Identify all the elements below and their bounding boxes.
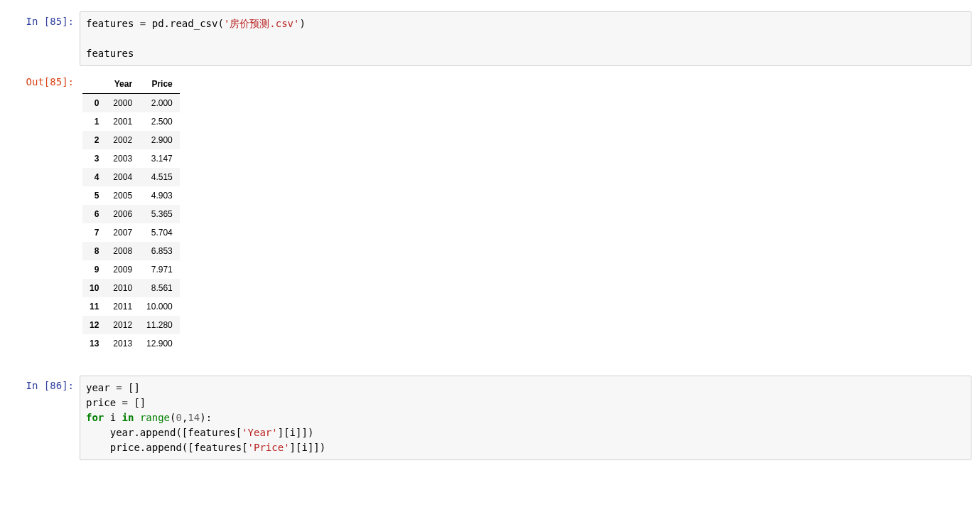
code-text: = <box>122 397 128 408</box>
row-index: 1 <box>82 112 106 131</box>
cell-year: 2003 <box>106 149 139 168</box>
col-header-year: Year <box>106 75 139 94</box>
code-text: '房价预测.csv' <box>224 18 300 29</box>
table-row: 520054.903 <box>82 186 180 205</box>
cell-price: 12.900 <box>139 334 180 353</box>
table-row: 720075.704 <box>82 223 180 242</box>
cell-input-86: In [86]: year = [] price = [] for i in r… <box>0 373 980 463</box>
cell-year: 2011 <box>106 297 139 316</box>
cell-year: 2002 <box>106 131 139 149</box>
code-input-86[interactable]: year = [] price = [] for i in range(0,14… <box>80 376 971 460</box>
cell-price: 6.853 <box>139 242 180 260</box>
table-row: 820086.853 <box>82 242 180 260</box>
table-row: 620065.365 <box>82 205 180 223</box>
code-text: ][i]]) <box>290 442 326 453</box>
dataframe-table: Year Price 020002.000120012.500220022.90… <box>82 75 180 353</box>
cell-price: 4.903 <box>139 186 180 205</box>
row-index: 0 <box>82 94 106 113</box>
code-text: year <box>86 382 116 393</box>
cell-price: 8.561 <box>139 279 180 297</box>
cell-price: 10.000 <box>139 297 180 316</box>
code-text: for <box>86 412 104 423</box>
code-text: 'Year' <box>242 427 278 438</box>
code-text: ) <box>299 18 305 29</box>
code-text: in <box>122 412 134 423</box>
table-row: 12201211.280 <box>82 316 180 334</box>
code-text: ][i]]) <box>278 427 314 438</box>
code-text: features <box>86 48 134 59</box>
code-text: [] <box>122 382 140 393</box>
cell-year: 2012 <box>106 316 139 334</box>
code-text: 0 <box>176 412 181 423</box>
row-index: 6 <box>82 205 106 223</box>
code-text: features <box>86 18 140 29</box>
row-index: 8 <box>82 242 106 260</box>
row-index: 12 <box>82 316 106 334</box>
cell-price: 2.000 <box>139 94 180 113</box>
row-index: 13 <box>82 334 106 353</box>
cell-price: 5.704 <box>139 223 180 242</box>
cell-year: 2008 <box>106 242 139 260</box>
cell-year: 2000 <box>106 94 139 113</box>
cell-year: 2001 <box>106 112 139 131</box>
code-text: 'Price' <box>248 442 290 453</box>
row-index: 4 <box>82 168 106 186</box>
cell-year: 2005 <box>106 186 139 205</box>
row-index: 5 <box>82 186 106 205</box>
cell-year: 2004 <box>106 168 139 186</box>
code-text: pd.read_csv( <box>146 18 224 29</box>
row-index: 7 <box>82 223 106 242</box>
cell-price: 7.971 <box>139 260 180 279</box>
code-text: ): <box>200 412 212 423</box>
table-row: 13201312.900 <box>82 334 180 353</box>
cell-year: 2007 <box>106 223 139 242</box>
table-row: 020002.000 <box>82 94 180 113</box>
row-index: 10 <box>82 279 106 297</box>
cell-year: 2010 <box>106 279 139 297</box>
cell-price: 2.500 <box>139 112 180 131</box>
table-row: 920097.971 <box>82 260 180 279</box>
cell-output-85: Out[85]: Year Price 020002.000120012.500… <box>0 69 980 358</box>
row-index: 3 <box>82 149 106 168</box>
cell-year: 2013 <box>106 334 139 353</box>
row-index: 9 <box>82 260 106 279</box>
table-row: 120012.500 <box>82 112 180 131</box>
code-text: price <box>86 397 122 408</box>
cell-year: 2006 <box>106 205 139 223</box>
cell-price: 5.365 <box>139 205 180 223</box>
prompt-in-86: In [86]: <box>9 376 80 391</box>
code-text: 14 <box>188 412 200 423</box>
code-text: [] <box>128 397 146 408</box>
col-header-price: Price <box>139 75 180 94</box>
table-row: 11201110.000 <box>82 297 180 316</box>
code-text: year.append([features[ <box>86 427 242 438</box>
code-text: i <box>104 412 122 423</box>
code-text: price.append([features[ <box>86 442 248 453</box>
table-row: 1020108.561 <box>82 279 180 297</box>
row-index: 2 <box>82 131 106 149</box>
cell-price: 3.147 <box>139 149 180 168</box>
table-row: 320033.147 <box>82 149 180 168</box>
code-text: range <box>140 412 170 423</box>
cell-price: 11.280 <box>139 316 180 334</box>
code-input-85[interactable]: features = pd.read_csv('房价预测.csv') featu… <box>80 11 971 66</box>
cell-year: 2009 <box>106 260 139 279</box>
output-area-85: Year Price 020002.000120012.500220022.90… <box>80 72 971 356</box>
cell-price: 2.900 <box>139 131 180 149</box>
prompt-in-85: In [85]: <box>9 11 80 27</box>
prompt-out-85: Out[85]: <box>9 72 80 87</box>
code-text <box>134 412 139 423</box>
notebook: In [85]: features = pd.read_csv('房价预测.cs… <box>0 0 980 472</box>
cell-price: 4.515 <box>139 168 180 186</box>
cell-input-85: In [85]: features = pd.read_csv('房价预测.cs… <box>0 9 980 69</box>
table-row: 220022.900 <box>82 131 180 149</box>
table-row: 420044.515 <box>82 168 180 186</box>
code-text: = <box>116 382 122 393</box>
row-index: 11 <box>82 297 106 316</box>
